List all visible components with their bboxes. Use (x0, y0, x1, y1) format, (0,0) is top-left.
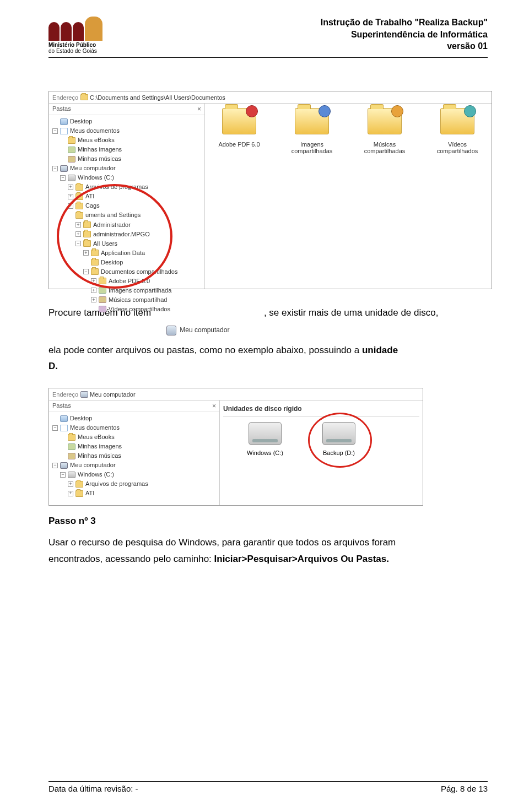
folder-label: Vídeos compartilhados (428, 141, 487, 154)
tree-allusers: All Users (93, 239, 117, 248)
folder-icon (83, 240, 91, 247)
pdf-badge-icon (246, 105, 258, 117)
folder-icon (75, 193, 83, 200)
footer-right: Pág. 8 de 13 (441, 784, 488, 793)
folder-tree-pane: Pastas × Desktop −Meus documentos Meus e… (49, 400, 220, 505)
header-title-block: Instrução de Trabalho "Realiza Backup" S… (321, 17, 488, 52)
header-title-1: Instrução de Trabalho "Realiza Backup" (321, 17, 488, 29)
folder-large-icon (368, 108, 402, 134)
p1-text-c: ela pode conter arquivos ou pastas, como… (48, 345, 362, 355)
p1-unidade: unidade (362, 345, 398, 355)
folder-icon (83, 231, 91, 237)
folder-icon (75, 184, 83, 191)
folder-item: Adobe PDF 6.0 (209, 108, 269, 154)
address-bar: Endereço Meu computador (49, 388, 423, 400)
tree-winc: Windows (C:) (78, 470, 114, 479)
pane-title: Pastas (52, 402, 71, 410)
logo-bars (48, 17, 102, 41)
desktop-icon (60, 118, 68, 125)
tree-ebooks: Meus eBooks (78, 432, 115, 442)
drive-icon (68, 175, 75, 181)
page-header: Ministério Público do Estado de Goiás In… (48, 17, 488, 54)
pane-title: Pastas (52, 105, 71, 113)
folder-item: Vídeos compartilhados (428, 108, 487, 154)
tree-ebooks: Meus eBooks (78, 136, 115, 145)
folder-label: Adobe PDF 6.0 (209, 141, 269, 148)
passo-line1: Usar o recurso de pesquisa do Windows, p… (48, 534, 488, 551)
tree-appdata: Application Data (101, 248, 145, 258)
passo-line2: encontrados, acessando pelo caminho: (48, 554, 214, 564)
close-icon: × (197, 105, 201, 113)
highlight-circle-icon (308, 413, 372, 468)
drive-item: Windows (C:) (237, 422, 293, 456)
tree-ati: ATI (85, 192, 94, 201)
folder-icon (75, 212, 83, 219)
tree-meu-comp: Meu computador (70, 164, 116, 173)
address-path-text: C:\Documents and Settings\All Users\Docu… (90, 94, 225, 101)
image-icon (68, 443, 75, 450)
address-path: C:\Documents and Settings\All Users\Docu… (80, 94, 225, 101)
music-icon (99, 296, 106, 303)
folder-item: Músicas compartilhadas (355, 108, 414, 154)
folder-icon (99, 278, 106, 284)
tree-desktop2: Desktop (101, 258, 123, 267)
folder-item: Imagens compartilhadas (282, 108, 342, 154)
drive-label: Windows (C:) (237, 450, 293, 456)
computer-icon (166, 326, 176, 335)
close-icon: × (212, 402, 216, 410)
folder-large-icon (295, 108, 329, 134)
tree-docset: uments and Settings (85, 210, 141, 220)
passo-path: Iniciar>Pesquisar>Arquivos Ou Pastas. (214, 554, 389, 564)
tree-musicas: Minhas músicas (78, 154, 121, 164)
image-icon (99, 287, 106, 294)
header-title-2: Superintendência de Informática (321, 29, 488, 41)
tree-ati: ATI (85, 489, 94, 498)
tree-arq-prog: Arquivos de programas (85, 479, 148, 489)
image-icon (68, 147, 75, 153)
hard-drive-icon (249, 422, 282, 445)
tree-meus-doc: Meus documentos (70, 126, 120, 136)
tree-admin: Administrador (93, 220, 131, 230)
folder-content-pane: Adobe PDF 6.0 Imagens compartilhadas Mús… (205, 104, 492, 289)
folder-icon (91, 268, 99, 275)
address-label: Endereço (52, 391, 78, 398)
p1-text-b: , se existir mais de uma unidade de disc… (264, 307, 439, 318)
drive-icon (68, 472, 75, 478)
computer-icon (80, 391, 88, 398)
tree-adobe: Adobe PDF 6.0 (109, 277, 150, 286)
logo-line2: do Estado de Goiás (48, 48, 97, 54)
folder-icon (80, 94, 88, 100)
folder-large-icon (440, 108, 474, 134)
tree-meus-doc: Meus documentos (70, 423, 120, 432)
documents-icon (60, 128, 68, 134)
computer-icon (60, 462, 68, 469)
header-title-3: versão 01 (321, 40, 488, 52)
tree-imagens: Minhas imagens (78, 442, 122, 451)
logo-line1: Ministério Público (48, 42, 97, 48)
footer-left: Data da última revisão: - (48, 784, 138, 793)
tree-cags: Cags (85, 201, 100, 210)
folder-tree-pane: Pastas × Desktop −Meus documentos Meus e… (49, 104, 205, 289)
address-label: Endereço (52, 94, 78, 101)
tree-vid-comp: Vídeos compartilhados (109, 305, 170, 314)
screenshot-explorer-1: Endereço C:\Documents and Settings\All U… (48, 91, 492, 289)
music-icon (68, 453, 75, 459)
folder-label: Músicas compartilhadas (355, 141, 414, 154)
music-icon (68, 156, 75, 163)
folder-icon (75, 490, 83, 497)
computer-icon (60, 165, 68, 172)
address-path-text: Meu computador (90, 391, 136, 398)
address-bar: Endereço C:\Documents and Settings\All U… (49, 91, 492, 104)
tree-imagens: Minhas imagens (78, 145, 122, 154)
tree-meu-comp: Meu computador (70, 461, 116, 470)
screenshot-explorer-2: Endereço Meu computador Pastas × Desktop… (48, 388, 423, 506)
tree-img-comp: Imagens compartilhada (109, 286, 171, 295)
tree-desktop: Desktop (70, 414, 92, 423)
address-path: Meu computador (80, 391, 136, 398)
desktop-icon (60, 415, 68, 422)
folder-icon (83, 221, 91, 228)
passo-body: Usar o recurso de pesquisa do Windows, p… (48, 534, 488, 567)
tree-musicas: Minhas músicas (78, 451, 121, 461)
images-badge-icon (319, 105, 331, 117)
tree-mus-comp: Músicas compartilhad (109, 295, 167, 305)
